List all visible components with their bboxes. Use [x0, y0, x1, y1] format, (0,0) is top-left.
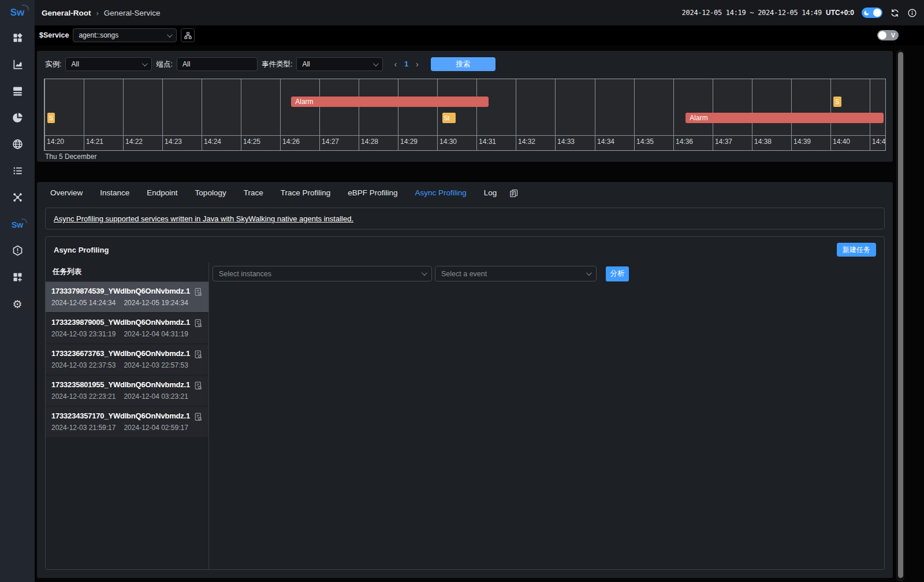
event-timeline-panel: 实例: All 端点: 事件类型: All ‹ 1 › 搜索 14:2014:2…: [37, 51, 893, 162]
tick-label: 14:38: [754, 138, 772, 146]
service-select[interactable]: agent::songs: [73, 28, 177, 42]
sidebar-item-service-mesh[interactable]: [0, 105, 35, 132]
endpoint-filter-input[interactable]: [177, 57, 258, 71]
version-toggle[interactable]: V: [877, 30, 899, 40]
toggle-knob: [873, 9, 881, 17]
task-list-item[interactable]: 1733235801955_YWdlbnQ6OnNvbmdz.12024-12-…: [46, 376, 208, 407]
tab-instance[interactable]: Instance: [91, 182, 138, 204]
chevron-down-icon: [167, 32, 173, 38]
gridline: [673, 79, 674, 150]
new-task-button[interactable]: 新建任务: [837, 243, 876, 257]
dark-mode-toggle[interactable]: [862, 8, 882, 18]
info-icon[interactable]: [907, 8, 917, 18]
gridline: [319, 79, 320, 150]
search-button[interactable]: 搜索: [431, 57, 495, 71]
task-end-time: 2024-12-04 02:59:17: [124, 424, 188, 432]
tab-topology[interactable]: Topology: [187, 182, 235, 204]
time-range-picker[interactable]: 2024-12-05 14:19 ~ 2024-12-05 14:49: [682, 9, 822, 17]
tick-label: 14:36: [676, 138, 693, 146]
tab-endpoint[interactable]: Endpoint: [138, 182, 186, 204]
start-event-marker[interactable]: St: [442, 113, 456, 123]
task-detail-icon[interactable]: [193, 318, 203, 331]
task-start-time: 2024-12-03 21:59:17: [51, 424, 116, 432]
tab-trace[interactable]: Trace: [235, 182, 272, 204]
start-event-marker[interactable]: S: [47, 113, 55, 123]
tab-overview[interactable]: Overview: [42, 182, 91, 204]
tab-async-profiling[interactable]: Async Profiling: [407, 182, 475, 204]
toggle-knob: [878, 31, 886, 39]
async-profiling-doc-link[interactable]: Async Profiling supported services writt…: [54, 214, 353, 223]
task-end-time: 2024-12-04 03:23:21: [124, 392, 188, 401]
gridline: [398, 79, 398, 150]
tick-label: 14:28: [361, 138, 378, 146]
prev-page-button[interactable]: ‹: [394, 60, 397, 69]
task-start-time: 2024-12-03 22:23:21: [51, 392, 116, 401]
task-times: 2024-12-05 14:24:342024-12-05 19:24:34: [51, 299, 203, 307]
sidebar-item-settings[interactable]: ⚙: [0, 291, 35, 318]
breadcrumb-current[interactable]: General-Service: [104, 9, 161, 17]
sidebar-item-dashboard[interactable]: [0, 25, 35, 52]
task-start-time: 2024-12-05 14:24:34: [51, 299, 116, 307]
tab-ebpf-profiling[interactable]: eBPF Profiling: [339, 182, 406, 204]
task-times: 2024-12-03 23:31:192024-12-04 04:31:19: [51, 330, 203, 338]
next-page-button[interactable]: ›: [416, 60, 419, 69]
chevron-down-icon: [142, 61, 148, 66]
sitemap-icon: [184, 31, 192, 40]
task-list-item[interactable]: 1733379874539_YWdlbnQ6OnNvbmdz.12024-12-…: [46, 282, 208, 313]
sidebar-item-alerting[interactable]: [0, 238, 35, 265]
event-select[interactable]: Select a event: [435, 266, 597, 281]
alarm-event-bar[interactable]: Alarm: [291, 97, 489, 107]
tab-trace-profiling[interactable]: Trace Profiling: [272, 182, 340, 204]
service-topology-button[interactable]: [181, 28, 195, 42]
sidebar: Sw Sw⚙: [0, 0, 35, 582]
task-list-column: 任务列表 1733379874539_YWdlbnQ6OnNvbmdz.1202…: [46, 262, 209, 569]
panel-title: Async Profiling: [54, 246, 109, 254]
vertical-scrollbar-thumb[interactable]: [898, 52, 903, 578]
instances-select-placeholder: Select instances: [219, 270, 271, 278]
breadcrumb-root[interactable]: General-Root: [42, 9, 91, 17]
task-detail-icon[interactable]: [193, 287, 203, 299]
task-detail-icon[interactable]: [193, 412, 203, 424]
service-bar: $Service agent::songs V: [35, 25, 924, 45]
service-label: $Service: [39, 31, 69, 39]
task-list-item[interactable]: 1733239879005_YWdlbnQ6OnNvbmdz.12024-12-…: [46, 313, 208, 344]
analyze-button[interactable]: 分析: [606, 266, 629, 281]
sidebar-item-metrics[interactable]: [0, 52, 35, 79]
gridline: [241, 79, 241, 150]
sidebar-item-topology[interactable]: [0, 185, 35, 212]
task-id: 1733379874539_YWdlbnQ6OnNvbmdz.1: [51, 287, 203, 295]
task-detail-icon[interactable]: [193, 350, 203, 362]
sidebar-item-marketplace[interactable]: [0, 265, 35, 291]
instances-select[interactable]: Select instances: [213, 266, 432, 281]
event-select-placeholder: Select a event: [441, 270, 487, 278]
sidebar-item-globe[interactable]: [0, 132, 35, 158]
task-list-item[interactable]: 1733236673763_YWdlbnQ6OnNvbmdz.12024-12-…: [46, 344, 208, 376]
tick-label: 14:24: [204, 138, 221, 146]
service-detail-panel: OverviewInstanceEndpointTopologyTraceTra…: [37, 182, 893, 578]
instance-filter-select[interactable]: All: [65, 57, 152, 71]
tick-label: 14:40: [833, 138, 850, 146]
chevron-down-icon: [586, 270, 592, 276]
task-detail-icon[interactable]: [193, 381, 203, 393]
service-mesh-icon: [12, 112, 24, 126]
timeline-date-label: Thu 5 December: [45, 153, 96, 161]
start-event-marker[interactable]: S: [833, 97, 841, 107]
page-number[interactable]: 1: [404, 60, 408, 68]
sidebar-item-logs[interactable]: [0, 158, 35, 185]
gridline: [516, 79, 516, 150]
copy-icon[interactable]: [509, 188, 519, 198]
chevron-down-icon: [422, 270, 427, 276]
event-type-filter-value: All: [302, 60, 310, 68]
moon-icon: [863, 10, 870, 16]
task-start-time: 2024-12-03 23:31:19: [51, 330, 116, 338]
sidebar-item-skywalking[interactable]: Sw: [0, 212, 35, 238]
alarm-event-bar[interactable]: Alarm: [685, 113, 883, 123]
analysis-column: Select instances Select a event 分析: [209, 262, 884, 569]
sidebar-item-database[interactable]: [0, 79, 35, 105]
skywalking-logo[interactable]: Sw: [0, 0, 35, 25]
task-list-item[interactable]: 1733234357170_YWdlbnQ6OnNvbmdz.12024-12-…: [46, 407, 208, 438]
event-type-filter-select[interactable]: All: [296, 57, 383, 71]
task-list: 1733379874539_YWdlbnQ6OnNvbmdz.12024-12-…: [46, 282, 208, 569]
refresh-icon[interactable]: [890, 8, 900, 18]
tab-log[interactable]: Log: [475, 182, 506, 204]
